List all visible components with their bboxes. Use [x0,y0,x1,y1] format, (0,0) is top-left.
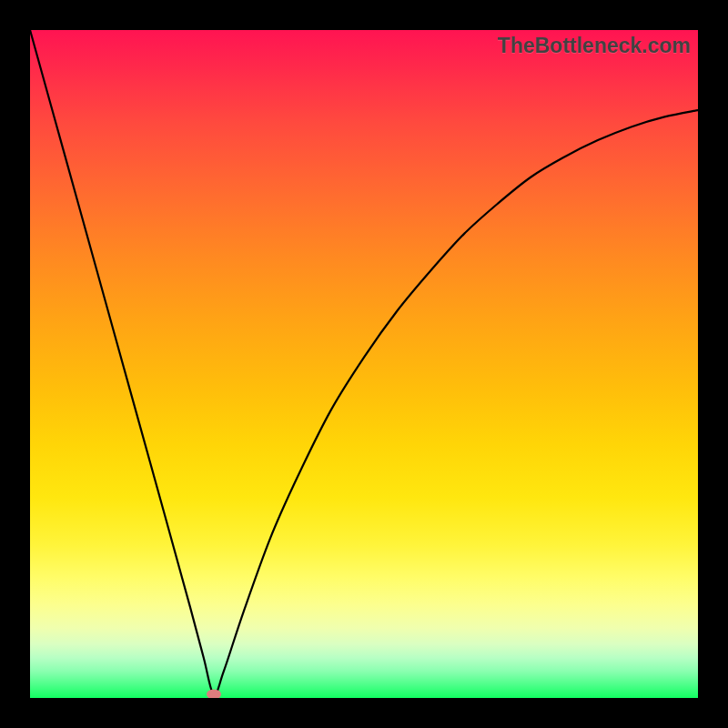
plot-area: TheBottleneck.com [30,30,698,698]
optimal-point-marker [207,690,221,698]
bottleneck-curve [30,30,698,698]
chart-frame: TheBottleneck.com [0,0,728,728]
